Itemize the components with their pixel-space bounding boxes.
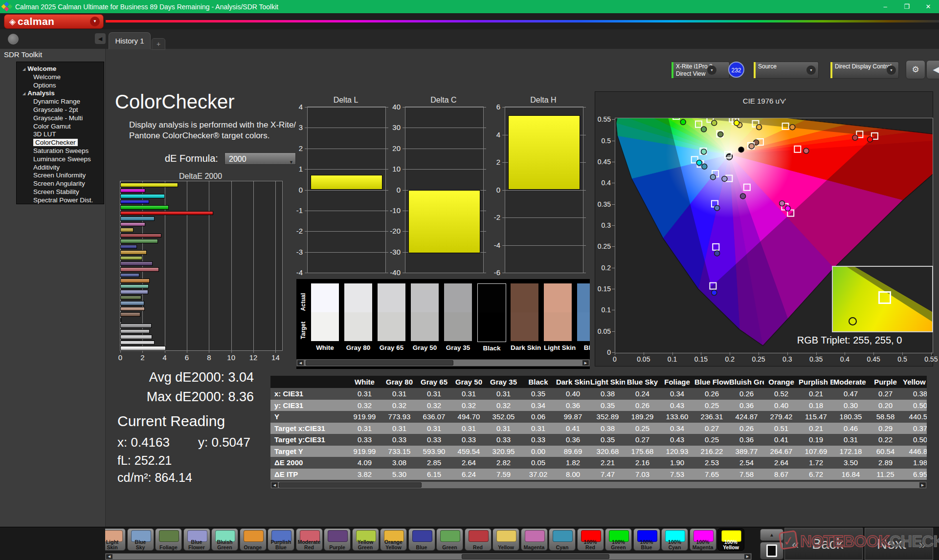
patch-button-magenta[interactable]: Magenta [521,528,548,551]
layout-dot-button[interactable] [8,34,19,44]
toolbar-scroll-thumb[interactable] [462,554,609,559]
tab-history-1[interactable]: History 1 [109,32,151,49]
table-cell: 0.35 [590,434,625,446]
pattern-window-button[interactable] [760,542,783,560]
sidebar-item-welcome[interactable]: Welcome [17,73,104,82]
patch-button-100-yellow[interactable]: 100% Yellow [717,528,744,551]
next-button[interactable]: Next » [865,528,933,560]
patch-button-blue[interactable]: Blue [408,528,435,551]
sidebar-item-grayscale-multi[interactable]: Grayscale - Multi [17,114,104,123]
patch-button-blue-flower[interactable]: Blue Flower [183,528,210,551]
calman-menu-button[interactable]: ◈ calman ▼ [4,14,104,29]
source-dropdown-icon[interactable]: ▼ [806,65,816,75]
add-tab-button[interactable]: + [152,38,165,50]
swatch-dark-skin[interactable]: Dark Skin [511,283,538,341]
cie-y-tick-mark [612,331,615,332]
patch-button-purplish-blue[interactable]: Purplish Blue [268,528,294,551]
patch-button-foliage[interactable]: Foliage [155,528,182,551]
swatch-light-skin[interactable]: Light Skin [544,283,572,341]
patch-button-orange[interactable]: Orange [240,528,267,551]
settings-gear-icon[interactable]: ⚙ [906,60,925,79]
swatch-target [478,313,506,342]
de-formula-select[interactable]: 2000 ▼ [224,152,296,165]
max-de2000: Max dE2000: 8.36 [117,389,254,405]
swatch-gray-50[interactable]: Gray 50 [411,283,439,341]
deltaC-y-tick: 10 [384,165,401,173]
display-control-selector[interactable]: Direct Display Control ▼ [830,62,899,79]
display-dropdown-icon[interactable]: ▼ [887,65,896,75]
patch-button-bluish-green[interactable]: Bluish Green [211,528,238,551]
patch-button-orange-yellow[interactable]: Orange Yellow [380,528,407,551]
minimize-icon[interactable]: – [874,0,896,13]
delta-c-title: Delta C [404,96,483,105]
patch-button-purple[interactable]: Purple [324,528,351,551]
swatch-scrollbar[interactable]: ◀▶ [296,359,590,366]
deltae-bar-white [120,346,166,350]
sidebar-item-welcome[interactable]: ◢Welcome [17,65,104,73]
tree-expanded-icon[interactable]: ◢ [22,67,25,71]
toolbar-scroll-left-icon[interactable]: ◀ [106,554,112,559]
sidebar-item-dynamic-range[interactable]: Dynamic Range [17,98,104,106]
toolbar-spin-up-icon[interactable]: ▲ [760,529,783,541]
deltae-bar-yellow [120,228,134,232]
sidebar-item-color-gamut[interactable]: Color Gamut [17,123,104,131]
sidebar-item-3d-lut[interactable]: 3D LUT [17,130,104,139]
patch-button-moderate-red[interactable]: Moderate Red [296,528,323,551]
swatch-blue[interactable]: Blue [577,283,590,341]
deltae-bar-100-yellow [120,183,178,187]
deltaC-y-tick: 20 [384,144,401,152]
sidebar-item-options[interactable]: Options [17,82,104,90]
table-cell: 0.25 [625,423,660,434]
toolbar-scroll-right-icon[interactable]: ▶ [744,554,751,559]
sidebar-item-screen-stability[interactable]: Screen Stability [17,188,104,196]
swatch-white[interactable]: White [311,283,339,341]
back-button[interactable]: « Back [784,528,863,560]
patch-button-cyan[interactable]: Cyan [549,528,576,551]
table-scroll-left-icon[interactable]: ◀ [271,482,278,488]
brand-dropdown-icon[interactable]: ▼ [90,17,100,26]
source-selector[interactable]: Source ▼ [753,62,819,79]
swatch-scroll-thumb[interactable] [306,360,453,366]
swatch-scroll-right-icon[interactable]: ▶ [582,360,589,366]
sidebar-item-luminance-sweeps[interactable]: Luminance Sweeps [17,155,104,164]
sidebar-item-analysis[interactable]: ◢Analysis [17,89,104,98]
table-cell: 0.35 [590,400,625,411]
title-bar: Calman 2025 Calman Ultimate for Business… [0,0,939,13]
sidebar-item-additivity[interactable]: Additivity [17,164,104,172]
toolbar-scrollbar[interactable]: ◀ ▶ [105,553,752,560]
meter-selector[interactable]: X-Rite i1Pro 2 Direct View ▼ [671,62,730,79]
sidebar-collapse-icon[interactable]: ◀ [95,33,106,44]
patch-button-100-green[interactable]: 100% Green [605,528,632,551]
patch-button-100-magenta[interactable]: 100% Magenta [690,528,716,551]
sidebar-item-colorchecker[interactable]: ColorChecker [17,139,104,147]
tree-expanded-icon[interactable]: ◢ [22,91,25,96]
meter-dropdown-icon[interactable]: ▼ [707,65,716,75]
table-cell: 0.31 [486,388,521,400]
patch-button-blue-sky[interactable]: Blue Sky [127,528,154,551]
table-scroll-thumb[interactable] [279,482,422,488]
patch-button-light-skin[interactable]: Light Skin [105,528,126,551]
patch-button-green[interactable]: Green [436,528,463,551]
swatch-gray-80[interactable]: Gray 80 [344,283,372,341]
patch-button-yellow-green[interactable]: Yellow Green [352,528,379,551]
swatch-gray-65[interactable]: Gray 65 [378,283,405,341]
sidebar-item-screen-uniformity[interactable]: Screen Uniformity [17,172,104,180]
swatch-black[interactable]: Black [477,283,506,342]
sidebar-item-spectral-power-dist-[interactable]: Spectral Power Dist. [17,196,104,205]
table-scrollbar[interactable]: ◀ ▶ [270,481,927,489]
patch-button-100-cyan[interactable]: 100% Cyan [661,528,688,551]
sidebar-item-screen-angularity[interactable]: Screen Angularity [17,180,104,188]
patch-button-red[interactable]: Red [465,528,492,551]
swatch-scroll-left-icon[interactable]: ◀ [297,360,304,366]
sidebar-item-label: Spectral Power Dist. [33,196,93,204]
patch-button-100-blue[interactable]: 100% Blue [633,528,660,551]
maximize-icon[interactable]: ❐ [896,0,917,13]
panel-collapse-icon[interactable]: ◀ [926,60,939,79]
close-icon[interactable]: ✕ [917,0,939,13]
sidebar-item-saturation-sweeps[interactable]: Saturation Sweeps [17,147,104,155]
sidebar-item-grayscale-2pt[interactable]: Grayscale - 2pt [17,106,104,114]
patch-button-100-red[interactable]: 100% Red [577,528,604,551]
table-scroll-right-icon[interactable]: ▶ [919,482,926,488]
swatch-gray-35[interactable]: Gray 35 [444,283,472,341]
patch-button-yellow[interactable]: Yellow [492,528,519,551]
